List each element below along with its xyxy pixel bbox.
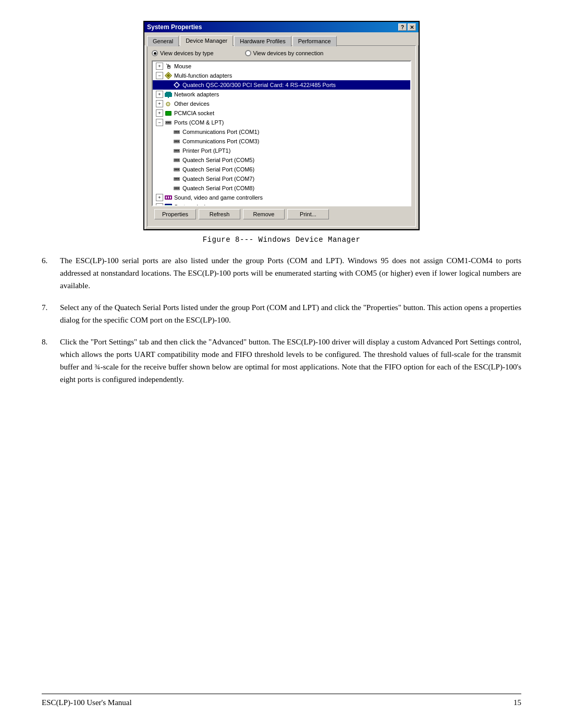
icon-lpt1 — [173, 146, 181, 155]
expander-mouse[interactable]: + — [156, 63, 163, 70]
svg-point-40 — [178, 188, 179, 189]
icon-sound — [164, 193, 173, 202]
tree-item-pcmcia[interactable]: + PCMCIA socket — [153, 108, 410, 118]
tree-item-network[interactable]: + Network adapters — [153, 90, 410, 99]
tree-item-com3[interactable]: Communications Port (COM3) — [153, 137, 410, 146]
figure-caption: Figure 8--- Windows Device Manager — [203, 236, 361, 244]
radio-by-connection[interactable]: View devices by connection — [245, 50, 324, 56]
titlebar: System Properties ? ✕ — [144, 22, 419, 32]
icon-multifunction — [164, 71, 173, 80]
expander-multifunction[interactable]: − — [156, 72, 163, 79]
icon-com1 — [173, 128, 181, 136]
svg-point-10 — [166, 122, 167, 123]
body-item-6: 6. The ESC(LP)-100 serial ports are also… — [42, 254, 521, 292]
svg-rect-43 — [168, 196, 169, 199]
svg-point-11 — [168, 122, 169, 123]
svg-point-20 — [178, 141, 179, 142]
icon-com8 — [173, 184, 181, 192]
svg-rect-8 — [166, 112, 170, 115]
icon-com3 — [173, 137, 181, 145]
page-footer: ESC(LP)-100 User's Manual 15 — [42, 694, 521, 707]
properties-button[interactable]: Properties — [154, 209, 196, 219]
icon-quatech-card — [173, 81, 181, 89]
svg-point-22 — [175, 150, 176, 151]
remove-button[interactable]: Remove — [243, 209, 285, 219]
svg-rect-47 — [165, 205, 172, 206]
icon-com5 — [173, 156, 181, 164]
svg-point-23 — [176, 150, 177, 151]
footer-right: 15 — [513, 698, 521, 707]
svg-marker-2 — [174, 82, 179, 88]
body-item-8: 8. Click the "Port Settings" tab and the… — [42, 336, 521, 386]
svg-point-35 — [176, 178, 177, 179]
icon-ports — [164, 118, 173, 127]
footer-left: ESC(LP)-100 User's Manual — [42, 698, 132, 707]
tab-performance[interactable]: Performance — [292, 36, 337, 46]
tree-item-system[interactable]: + System devices — [153, 202, 410, 206]
icon-pcmcia — [164, 109, 173, 117]
tree-item-com5[interactable]: Quatech Serial Port (COM5) — [153, 155, 410, 165]
radio-by-type-circle[interactable] — [152, 50, 158, 56]
expander-system[interactable]: + — [156, 203, 163, 206]
refresh-button[interactable]: Refresh — [199, 209, 240, 219]
tree-item-other[interactable]: + ⚙ Other devices — [153, 99, 410, 108]
svg-point-26 — [175, 159, 176, 161]
svg-point-32 — [178, 169, 179, 170]
expander-network[interactable]: + — [156, 91, 163, 98]
radio-by-type[interactable]: View devices by type — [152, 50, 214, 56]
svg-point-27 — [176, 159, 177, 161]
tree-item-mouse[interactable]: + 🖱 Mouse — [153, 61, 410, 71]
tree-item-ports[interactable]: − Ports (COM & LPT) — [153, 118, 410, 127]
button-row: Properties Refresh Remove Print... — [152, 206, 411, 222]
icon-com7 — [173, 175, 181, 183]
tree-item-quatech-card[interactable]: Quatech QSC-200/300 PCI Serial Card: 4 R… — [153, 80, 410, 90]
tree-item-multifunction[interactable]: − Multi-function adapters — [153, 71, 410, 80]
svg-text:⚙: ⚙ — [165, 101, 171, 108]
icon-system — [164, 203, 173, 206]
svg-rect-3 — [165, 93, 172, 97]
svg-point-15 — [176, 131, 177, 132]
help-button[interactable]: ? — [398, 23, 407, 31]
svg-point-14 — [175, 131, 176, 132]
titlebar-buttons: ? ✕ — [398, 23, 416, 31]
expander-sound[interactable]: + — [156, 194, 163, 201]
svg-point-31 — [176, 169, 177, 170]
tree-item-com1[interactable]: Communications Port (COM1) — [153, 127, 410, 137]
icon-com6 — [173, 165, 181, 174]
close-button[interactable]: ✕ — [408, 23, 416, 31]
tab-hardware-profiles[interactable]: Hardware Profiles — [234, 36, 291, 46]
svg-point-36 — [178, 178, 179, 179]
tree-item-com6[interactable]: Quatech Serial Port (COM6) — [153, 165, 410, 174]
svg-rect-42 — [166, 196, 167, 199]
tab-content: View devices by type View devices by con… — [147, 45, 416, 227]
page: System Properties ? ✕ General Device Man… — [0, 0, 563, 728]
svg-point-18 — [175, 141, 176, 142]
tree-item-lpt1[interactable]: Printer Port (LPT1) — [153, 146, 410, 155]
expander-other[interactable]: + — [156, 100, 163, 107]
svg-point-39 — [176, 188, 177, 189]
radio-by-connection-circle[interactable] — [245, 50, 251, 56]
tab-bar: General Device Manager Hardware Profiles… — [144, 32, 419, 45]
screenshot-area: System Properties ? ✕ General Device Man… — [42, 21, 521, 244]
tree-item-com7[interactable]: Quatech Serial Port (COM7) — [153, 174, 410, 183]
svg-point-30 — [175, 169, 176, 170]
svg-point-28 — [178, 159, 179, 161]
icon-mouse: 🖱 — [164, 62, 173, 70]
svg-point-24 — [178, 150, 179, 151]
expander-ports[interactable]: − — [156, 119, 163, 126]
svg-rect-44 — [170, 196, 171, 199]
tab-device-manager[interactable]: Device Manager — [180, 35, 233, 46]
tab-general[interactable]: General — [147, 36, 179, 46]
svg-point-12 — [169, 122, 170, 123]
tree-item-com8[interactable]: Quatech Serial Port (COM8) — [153, 183, 410, 193]
view-options: View devices by type View devices by con… — [152, 50, 411, 56]
body-content: 6. The ESC(LP)-100 serial ports are also… — [42, 254, 521, 386]
expander-pcmcia[interactable]: + — [156, 109, 163, 117]
svg-point-38 — [175, 188, 176, 189]
svg-point-34 — [175, 178, 176, 179]
print-button[interactable]: Print... — [287, 209, 329, 219]
device-tree[interactable]: + 🖱 Mouse − Mul — [152, 60, 411, 206]
icon-other: ⚙ — [164, 100, 173, 108]
icon-network — [164, 90, 173, 98]
tree-item-sound[interactable]: + Sound, video and game controllers — [153, 193, 410, 202]
